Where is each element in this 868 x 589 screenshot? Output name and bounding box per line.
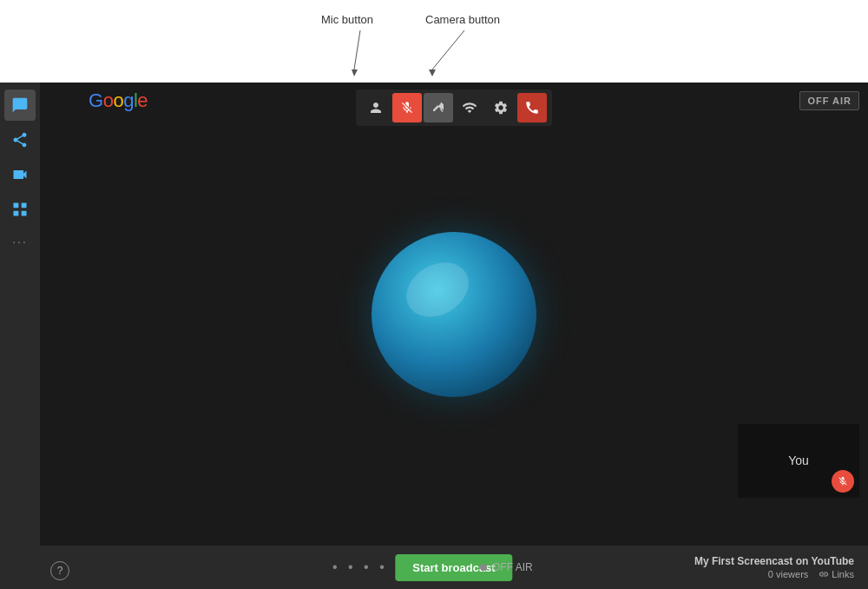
broadcast-meta: 0 viewers Links [768, 569, 854, 579]
end-call-button[interactable] [517, 93, 547, 122]
sidebar-item-video[interactable] [4, 159, 36, 190]
broadcast-title: My First Screencast on YouTube [694, 555, 854, 567]
video-area: You [40, 83, 868, 546]
sidebar-item-chat[interactable] [4, 89, 36, 121]
svg-marker-1 [352, 69, 358, 76]
toolbar [356, 89, 552, 126]
main-container: ... Google [0, 83, 868, 589]
presenter-globe [372, 232, 536, 397]
annotation-area: Mic button Camera button [0, 0, 868, 83]
off-air-text: OFF AIR [492, 561, 533, 573]
camera-button[interactable] [424, 93, 453, 122]
svg-line-0 [354, 30, 360, 69]
svg-marker-3 [429, 69, 436, 76]
bottom-right-info: My First Screencast on YouTube 0 viewers… [694, 555, 854, 579]
sidebar-more-dots[interactable]: ... [12, 232, 28, 246]
you-thumbnail: You [738, 424, 859, 498]
links-button[interactable]: Links [819, 569, 854, 579]
svg-line-2 [432, 30, 464, 69]
people-button[interactable] [361, 93, 391, 122]
settings-button[interactable] [486, 93, 516, 122]
links-text: Links [832, 569, 854, 579]
off-air-dot [480, 564, 487, 571]
sidebar: ... [0, 83, 40, 589]
sidebar-item-grid[interactable] [4, 194, 36, 225]
off-air-indicator: OFF AIR [480, 561, 533, 573]
you-mic-muted-icon [832, 470, 854, 493]
annotation-arrows [304, 9, 564, 78]
viewers-count: 0 viewers [768, 569, 808, 579]
help-button[interactable]: ? [50, 561, 69, 580]
signal-button[interactable] [455, 93, 484, 122]
off-air-badge-top: OFF AIR [799, 91, 859, 110]
bottom-bar: • • • • • • Start broadcast OFF AIR My F… [40, 546, 868, 589]
you-label: You [788, 453, 809, 467]
sidebar-item-share[interactable] [4, 124, 36, 156]
content-area: Google OFF AIR [40, 83, 868, 589]
mic-button[interactable] [392, 93, 422, 122]
